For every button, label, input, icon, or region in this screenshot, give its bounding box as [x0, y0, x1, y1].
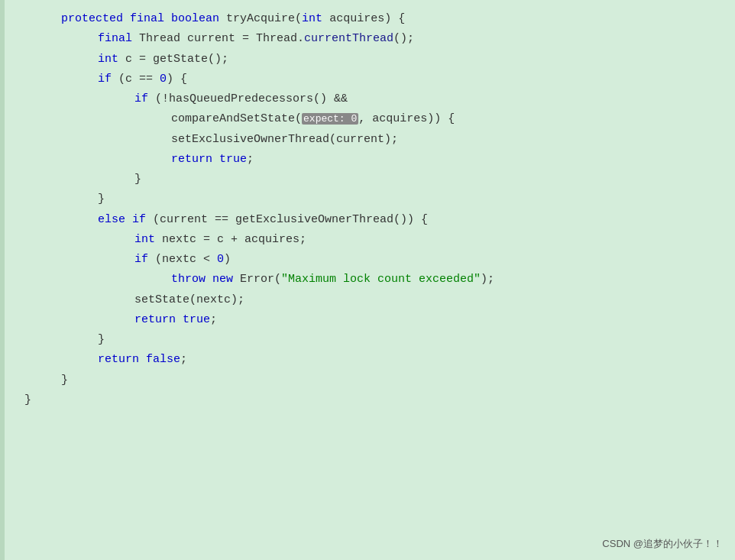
token-str: "Maximum lock count exceeded" — [281, 273, 481, 286]
code-line: int c = getState(); — [15, 50, 720, 70]
token-plain: , acquires)) { — [358, 112, 455, 125]
token-plain — [125, 213, 132, 226]
token-plain: (current == getExclusiveOwnerThread()) { — [146, 213, 428, 226]
token-kw: if — [134, 92, 148, 105]
token-kw: protected — [61, 12, 123, 25]
token-plain: Thread current = Thread. — [132, 32, 304, 45]
code-line: throw new Error("Maximum lock count exce… — [15, 270, 720, 290]
token-num: 0 — [217, 253, 224, 266]
token-plain: setState(nextc); — [134, 293, 244, 306]
code-container: protected final boolean tryAcquire(int a… — [0, 0, 735, 560]
token-plain: ; — [210, 313, 217, 326]
token-kw: boolean — [171, 12, 219, 25]
token-plain — [212, 153, 219, 166]
code-line: setExclusiveOwnerThread(current); — [15, 130, 720, 150]
token-kw: int — [302, 12, 322, 25]
token-kw: if — [134, 253, 148, 266]
token-plain: setExclusiveOwnerThread(current); — [171, 133, 398, 146]
token-kw: int — [134, 233, 155, 246]
watermark: CSDN @追梦的小伙子！！ — [602, 537, 723, 551]
code-line: setState(nextc); — [15, 290, 720, 310]
code-line: } — [15, 330, 720, 350]
code-line: if (!hasQueuedPredecessors() && — [15, 89, 720, 109]
left-border — [0, 0, 5, 560]
code-line: } — [15, 170, 720, 189]
token-plain: } — [134, 173, 141, 186]
token-plain: (c == — [112, 73, 160, 86]
token-num: 0 — [160, 73, 167, 86]
code-line: if (nextc < 0) — [15, 250, 720, 270]
code-block: protected final boolean tryAcquire(int a… — [0, 6, 735, 413]
token-kw: if — [132, 213, 146, 226]
token-plain: } — [98, 333, 105, 346]
token-kw: new — [212, 273, 233, 286]
token-kw: true — [219, 153, 247, 166]
code-line: return false; — [15, 350, 720, 370]
token-plain: } — [98, 193, 105, 206]
token-plain: ; — [180, 353, 187, 366]
token-plain: (); — [393, 32, 414, 45]
token-plain — [176, 313, 183, 326]
code-line: } — [15, 189, 720, 209]
token-plain — [164, 12, 171, 25]
code-line: if (c == 0) { — [15, 70, 720, 89]
token-plain: ; — [247, 153, 254, 166]
code-line: } — [15, 371, 720, 390]
code-line: return true; — [15, 150, 720, 170]
token-kw: throw — [171, 273, 206, 286]
token-plain: tryAcquire( — [219, 12, 302, 25]
token-plain: (nextc < — [148, 253, 217, 266]
token-plain — [206, 273, 212, 286]
token-plain: nextc = c + acquires; — [155, 233, 306, 246]
token-kw: true — [183, 313, 210, 326]
token-plain: ) — [224, 253, 231, 266]
code-line: return true; — [15, 310, 720, 330]
code-line: protected final boolean tryAcquire(int a… — [15, 9, 720, 29]
token-plain: Error( — [233, 273, 281, 286]
code-line: final Thread current = Thread.currentThr… — [15, 29, 720, 49]
token-kw: else — [98, 213, 125, 226]
code-line: } — [15, 390, 720, 410]
code-line: compareAndSetState(expect: 0, acquires))… — [15, 109, 720, 129]
token-kw: return — [98, 353, 139, 366]
token-kw: int — [98, 53, 118, 66]
token-plain — [123, 12, 130, 25]
token-plain: ); — [481, 273, 494, 286]
token-hint: expect: 0 — [302, 113, 358, 125]
code-line: else if (current == getExclusiveOwnerThr… — [15, 210, 720, 230]
token-plain: ) { — [167, 73, 187, 86]
token-kw: if — [98, 73, 112, 86]
token-plain: } — [24, 393, 31, 406]
token-kw: final — [130, 12, 164, 25]
token-fn: currentThread — [304, 32, 393, 45]
token-plain: compareAndSetState( — [171, 112, 302, 125]
token-plain — [139, 353, 146, 366]
token-kw: false — [146, 353, 180, 366]
token-kw: final — [98, 32, 132, 45]
token-plain: (!hasQueuedPredecessors() && — [148, 92, 348, 105]
token-kw: return — [171, 153, 212, 166]
token-plain: } — [61, 374, 68, 387]
token-plain: c = getState(); — [118, 53, 228, 66]
token-kw: return — [134, 313, 176, 326]
token-plain: acquires) { — [322, 12, 405, 25]
code-line: int nextc = c + acquires; — [15, 230, 720, 250]
